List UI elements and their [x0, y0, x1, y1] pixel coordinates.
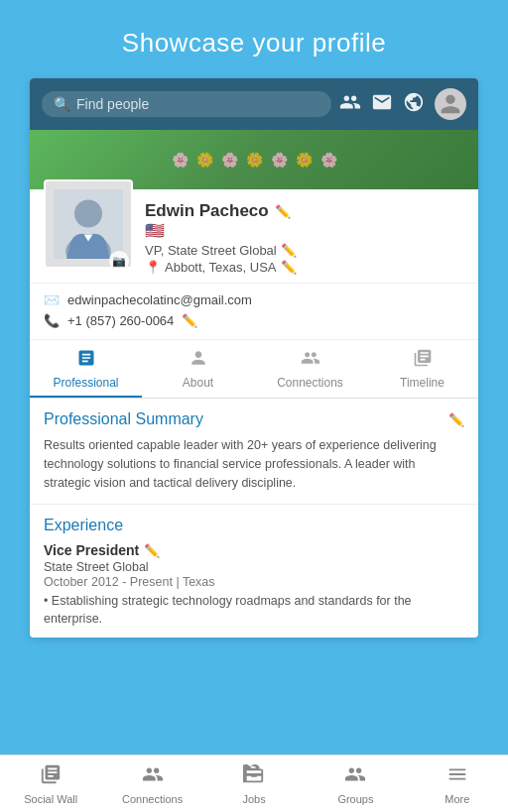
nav-jobs[interactable]: Jobs: [203, 755, 305, 812]
professional-tab-icon: [76, 348, 96, 373]
timeline-tab-icon: [413, 348, 433, 373]
edit-phone-icon[interactable]: ✏️: [182, 313, 197, 328]
search-input-wrap[interactable]: 🔍: [42, 91, 331, 117]
country-flag: 🇺🇸: [145, 222, 165, 239]
tab-timeline[interactable]: Timeline: [366, 340, 478, 398]
nav-more[interactable]: More: [407, 755, 508, 812]
edit-location-icon[interactable]: ✏️: [281, 260, 297, 275]
nav-social-wall[interactable]: Social Wall: [0, 755, 101, 812]
search-icon: 🔍: [54, 96, 70, 112]
nav-connections-label: Connections: [122, 793, 183, 805]
profile-card: 🔍: [30, 78, 478, 638]
experience-description: • Establishing strategic technology road…: [44, 593, 464, 628]
edit-summary-icon[interactable]: ✏️: [448, 412, 464, 427]
nav-more-label: More: [444, 793, 469, 805]
tab-timeline-label: Timeline: [400, 376, 444, 390]
professional-summary-text: Results oriented capable leader with 20+…: [44, 436, 464, 492]
profile-body: 📷 Edwin Pacheco ✏️ 🇺🇸 VP, State Street G…: [30, 189, 478, 283]
profile-tabs: Professional About Connections: [30, 339, 478, 399]
email-row: ✉️ edwinpachecolatinc@gmail.com: [44, 290, 464, 310]
connections-tab-icon: [301, 348, 320, 373]
tab-about-label: About: [183, 376, 213, 390]
profile-name-row: Edwin Pacheco ✏️: [145, 201, 464, 221]
page-title: Showcase your profile: [0, 0, 508, 78]
bottom-nav: Social Wall Connections Jobs Groups: [0, 754, 508, 812]
edit-title-icon[interactable]: ✏️: [281, 243, 297, 258]
experience-title: Experience: [44, 517, 464, 534]
search-bar: 🔍: [30, 78, 478, 130]
nav-jobs-label: Jobs: [242, 793, 265, 805]
professional-summary-title: Professional Summary ✏️: [44, 410, 464, 428]
phone-value: +1 (857) 260-0064: [67, 313, 174, 328]
nav-groups-label: Groups: [337, 793, 373, 805]
edit-role-icon[interactable]: ✏️: [144, 543, 160, 558]
search-input[interactable]: [76, 96, 319, 112]
avatar-wrap: 📷: [44, 199, 133, 275]
more-nav-icon: [446, 763, 468, 790]
showcase-header: Showcase your profile: [0, 0, 508, 78]
message-icon[interactable]: [371, 91, 393, 118]
experience-section: Experience Vice President ✏️ State Stree…: [30, 505, 478, 638]
tab-professional[interactable]: Professional: [30, 340, 142, 398]
groups-nav-icon: [344, 763, 366, 790]
nav-social-wall-label: Social Wall: [24, 793, 77, 805]
connections-nav-icon: [142, 763, 164, 790]
profile-title: VP, State Street Global ✏️: [145, 243, 464, 258]
profile-location: 📍 Abbott, Texas, USA ✏️: [145, 260, 464, 275]
professional-summary-section: Professional Summary ✏️ Results oriented…: [30, 399, 478, 505]
flag-row: 🇺🇸: [145, 221, 464, 240]
tab-professional-label: Professional: [53, 376, 118, 390]
globe-icon[interactable]: [403, 91, 425, 118]
profile-info: Edwin Pacheco ✏️ 🇺🇸 VP, State Street Glo…: [145, 199, 464, 275]
about-tab-icon: [189, 348, 208, 373]
nav-connections[interactable]: Connections: [101, 755, 202, 812]
search-action-icons: [339, 88, 466, 120]
experience-role: Vice President ✏️: [44, 542, 464, 558]
tab-connections-label: Connections: [277, 376, 343, 390]
tab-about[interactable]: About: [142, 340, 254, 398]
edit-name-icon[interactable]: ✏️: [275, 204, 291, 219]
people-icon[interactable]: [339, 91, 361, 118]
experience-company: State Street Global: [44, 560, 464, 574]
phone-icon: 📞: [44, 313, 60, 328]
location-pin-icon: 📍: [145, 260, 161, 275]
profile-name: Edwin Pacheco: [145, 201, 269, 221]
profile-contact: ✉️ edwinpachecolatinc@gmail.com 📞 +1 (85…: [30, 283, 478, 339]
jobs-nav-icon: [243, 763, 265, 790]
tab-connections[interactable]: Connections: [254, 340, 366, 398]
camera-badge[interactable]: 📷: [109, 251, 129, 271]
banner-decoration: 🌸 🌼 🌸 🌼 🌸 🌼 🌸: [172, 152, 337, 168]
user-avatar-top[interactable]: [435, 88, 466, 120]
email-value: edwinpachecolatinc@gmail.com: [67, 292, 252, 307]
phone-row: 📞 +1 (857) 260-0064 ✏️: [44, 310, 464, 331]
social-wall-icon: [40, 763, 62, 790]
email-icon: ✉️: [44, 292, 60, 307]
experience-dates: October 2012 - Present | Texas: [44, 575, 464, 589]
svg-point-1: [74, 200, 102, 228]
nav-groups[interactable]: Groups: [305, 755, 406, 812]
